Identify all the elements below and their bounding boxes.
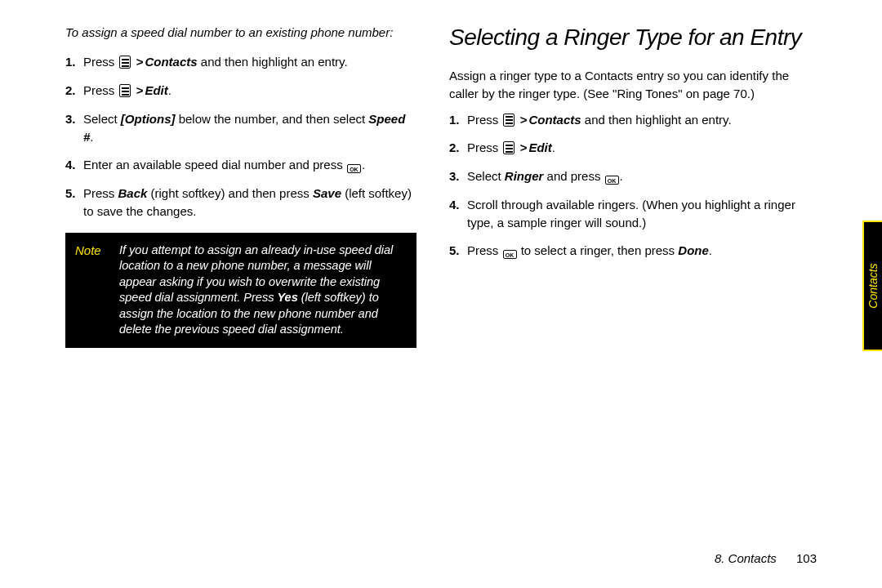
step-4: Enter an available speed dial number and… [65, 156, 416, 174]
menu-icon [119, 56, 131, 69]
left-column: To assign a speed dial number to an exis… [65, 24, 416, 348]
side-tab-label: Contacts [866, 263, 880, 308]
step-5: Press Back (right softkey) and then pres… [65, 185, 416, 220]
step-1: Press >Contacts and then highlight an en… [449, 111, 808, 129]
note-text: If you attempt to assign an already in-u… [119, 243, 407, 338]
ringer-steps: Press >Contacts and then highlight an en… [449, 111, 808, 261]
step-2: Press >Edit. [449, 139, 808, 157]
ok-icon [347, 164, 361, 173]
step-5: Press to select a ringer, then press Don… [449, 242, 808, 260]
gt-icon: > [136, 83, 144, 97]
page-number: 103 [796, 551, 817, 565]
step-3: Select Ringer and press . [449, 167, 808, 185]
right-column: Selecting a Ringer Type for an Entry Ass… [449, 24, 808, 348]
ok-icon [605, 176, 619, 185]
gt-icon: > [520, 140, 528, 154]
step-1: Press >Contacts and then highlight an en… [65, 53, 416, 71]
gt-icon: > [136, 55, 144, 69]
step-2: Press >Edit. [65, 82, 416, 100]
ringer-heading: Selecting a Ringer Type for an Entry [449, 24, 808, 51]
menu-icon [503, 114, 514, 127]
page-content: To assign a speed dial number to an exis… [0, 0, 882, 372]
footer: 8. Contacts 103 [715, 551, 817, 565]
footer-chapter: 8. Contacts [715, 551, 777, 565]
speed-dial-intro: To assign a speed dial number to an exis… [65, 24, 416, 41]
step-3: Select [Options] below the number, and t… [65, 110, 416, 146]
ok-icon [503, 250, 517, 259]
gt-icon: > [520, 113, 528, 127]
note-label: Note [75, 243, 109, 257]
speed-dial-steps: Press >Contacts and then highlight an en… [65, 53, 416, 220]
step-4: Scroll through available ringers. (When … [449, 196, 808, 232]
ringer-body: Assign a ringer type to a Contacts entry… [449, 67, 808, 103]
note-box: Note If you attempt to assign an already… [65, 233, 416, 348]
menu-icon [119, 84, 131, 97]
menu-icon [503, 141, 514, 154]
side-tab: Contacts [862, 220, 882, 351]
